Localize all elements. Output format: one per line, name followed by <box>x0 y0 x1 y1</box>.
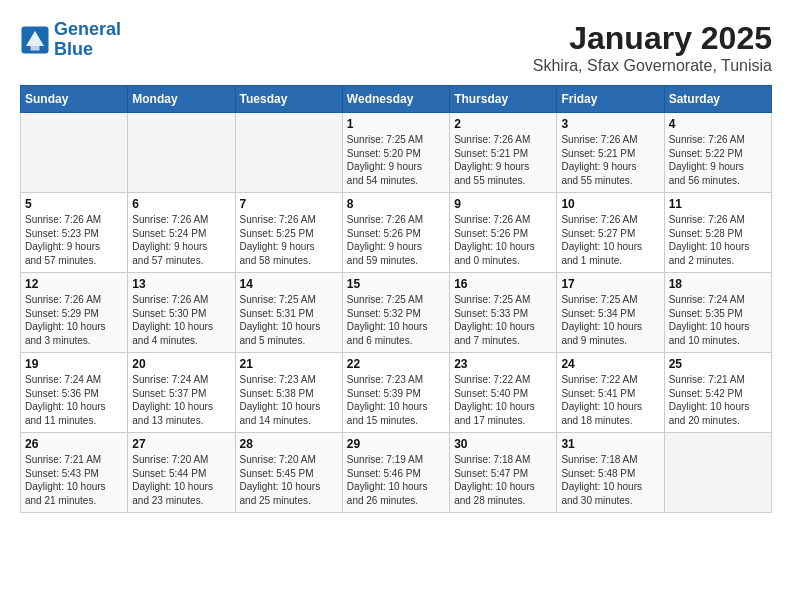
day-number: 8 <box>347 197 445 211</box>
title-block: January 2025 Skhira, Sfax Governorate, T… <box>533 20 772 75</box>
day-info: Sunrise: 7:24 AM Sunset: 5:36 PM Dayligh… <box>25 373 123 427</box>
day-info: Sunrise: 7:26 AM Sunset: 5:26 PM Dayligh… <box>347 213 445 267</box>
week-row-2: 12Sunrise: 7:26 AM Sunset: 5:29 PM Dayli… <box>21 273 772 353</box>
day-info: Sunrise: 7:23 AM Sunset: 5:38 PM Dayligh… <box>240 373 338 427</box>
calendar-cell: 1Sunrise: 7:25 AM Sunset: 5:20 PM Daylig… <box>342 113 449 193</box>
day-number: 27 <box>132 437 230 451</box>
day-number: 16 <box>454 277 552 291</box>
calendar-cell: 15Sunrise: 7:25 AM Sunset: 5:32 PM Dayli… <box>342 273 449 353</box>
day-info: Sunrise: 7:25 AM Sunset: 5:20 PM Dayligh… <box>347 133 445 187</box>
weekday-header-saturday: Saturday <box>664 86 771 113</box>
header: General Blue January 2025 Skhira, Sfax G… <box>20 20 772 75</box>
calendar-cell: 18Sunrise: 7:24 AM Sunset: 5:35 PM Dayli… <box>664 273 771 353</box>
logo: General Blue <box>20 20 121 60</box>
weekday-header-monday: Monday <box>128 86 235 113</box>
calendar-cell: 4Sunrise: 7:26 AM Sunset: 5:22 PM Daylig… <box>664 113 771 193</box>
day-info: Sunrise: 7:21 AM Sunset: 5:43 PM Dayligh… <box>25 453 123 507</box>
weekday-header-wednesday: Wednesday <box>342 86 449 113</box>
day-number: 29 <box>347 437 445 451</box>
logo-text: General Blue <box>54 20 121 60</box>
weekday-header-row: SundayMondayTuesdayWednesdayThursdayFrid… <box>21 86 772 113</box>
day-number: 12 <box>25 277 123 291</box>
calendar-cell: 20Sunrise: 7:24 AM Sunset: 5:37 PM Dayli… <box>128 353 235 433</box>
calendar-cell: 16Sunrise: 7:25 AM Sunset: 5:33 PM Dayli… <box>450 273 557 353</box>
day-number: 28 <box>240 437 338 451</box>
calendar-header: SundayMondayTuesdayWednesdayThursdayFrid… <box>21 86 772 113</box>
day-info: Sunrise: 7:26 AM Sunset: 5:24 PM Dayligh… <box>132 213 230 267</box>
day-number: 3 <box>561 117 659 131</box>
day-number: 26 <box>25 437 123 451</box>
calendar-cell: 19Sunrise: 7:24 AM Sunset: 5:36 PM Dayli… <box>21 353 128 433</box>
calendar-cell: 26Sunrise: 7:21 AM Sunset: 5:43 PM Dayli… <box>21 433 128 513</box>
day-info: Sunrise: 7:20 AM Sunset: 5:45 PM Dayligh… <box>240 453 338 507</box>
calendar-cell: 21Sunrise: 7:23 AM Sunset: 5:38 PM Dayli… <box>235 353 342 433</box>
calendar-cell: 31Sunrise: 7:18 AM Sunset: 5:48 PM Dayli… <box>557 433 664 513</box>
svg-rect-2 <box>31 46 40 51</box>
calendar-cell: 24Sunrise: 7:22 AM Sunset: 5:41 PM Dayli… <box>557 353 664 433</box>
calendar-table: SundayMondayTuesdayWednesdayThursdayFrid… <box>20 85 772 513</box>
main-title: January 2025 <box>533 20 772 57</box>
calendar-cell: 27Sunrise: 7:20 AM Sunset: 5:44 PM Dayli… <box>128 433 235 513</box>
day-info: Sunrise: 7:18 AM Sunset: 5:48 PM Dayligh… <box>561 453 659 507</box>
day-number: 9 <box>454 197 552 211</box>
calendar-cell: 10Sunrise: 7:26 AM Sunset: 5:27 PM Dayli… <box>557 193 664 273</box>
calendar-cell: 3Sunrise: 7:26 AM Sunset: 5:21 PM Daylig… <box>557 113 664 193</box>
day-info: Sunrise: 7:26 AM Sunset: 5:27 PM Dayligh… <box>561 213 659 267</box>
calendar-cell: 29Sunrise: 7:19 AM Sunset: 5:46 PM Dayli… <box>342 433 449 513</box>
day-number: 21 <box>240 357 338 371</box>
calendar-cell: 11Sunrise: 7:26 AM Sunset: 5:28 PM Dayli… <box>664 193 771 273</box>
calendar-cell: 9Sunrise: 7:26 AM Sunset: 5:26 PM Daylig… <box>450 193 557 273</box>
calendar-cell: 14Sunrise: 7:25 AM Sunset: 5:31 PM Dayli… <box>235 273 342 353</box>
weekday-header-friday: Friday <box>557 86 664 113</box>
day-number: 1 <box>347 117 445 131</box>
calendar-cell: 30Sunrise: 7:18 AM Sunset: 5:47 PM Dayli… <box>450 433 557 513</box>
day-number: 19 <box>25 357 123 371</box>
week-row-1: 5Sunrise: 7:26 AM Sunset: 5:23 PM Daylig… <box>21 193 772 273</box>
calendar-cell <box>235 113 342 193</box>
logo-line1: General <box>54 19 121 39</box>
logo-line2: Blue <box>54 39 93 59</box>
day-info: Sunrise: 7:23 AM Sunset: 5:39 PM Dayligh… <box>347 373 445 427</box>
weekday-header-sunday: Sunday <box>21 86 128 113</box>
week-row-4: 26Sunrise: 7:21 AM Sunset: 5:43 PM Dayli… <box>21 433 772 513</box>
calendar-cell: 2Sunrise: 7:26 AM Sunset: 5:21 PM Daylig… <box>450 113 557 193</box>
day-number: 14 <box>240 277 338 291</box>
calendar-cell: 8Sunrise: 7:26 AM Sunset: 5:26 PM Daylig… <box>342 193 449 273</box>
day-info: Sunrise: 7:26 AM Sunset: 5:21 PM Dayligh… <box>454 133 552 187</box>
day-info: Sunrise: 7:26 AM Sunset: 5:21 PM Dayligh… <box>561 133 659 187</box>
logo-icon <box>20 25 50 55</box>
day-number: 24 <box>561 357 659 371</box>
calendar-cell: 23Sunrise: 7:22 AM Sunset: 5:40 PM Dayli… <box>450 353 557 433</box>
day-info: Sunrise: 7:24 AM Sunset: 5:35 PM Dayligh… <box>669 293 767 347</box>
day-info: Sunrise: 7:26 AM Sunset: 5:25 PM Dayligh… <box>240 213 338 267</box>
day-info: Sunrise: 7:22 AM Sunset: 5:41 PM Dayligh… <box>561 373 659 427</box>
day-number: 4 <box>669 117 767 131</box>
calendar-cell <box>664 433 771 513</box>
calendar-cell <box>128 113 235 193</box>
day-number: 20 <box>132 357 230 371</box>
calendar-cell: 22Sunrise: 7:23 AM Sunset: 5:39 PM Dayli… <box>342 353 449 433</box>
day-info: Sunrise: 7:25 AM Sunset: 5:32 PM Dayligh… <box>347 293 445 347</box>
calendar-cell: 12Sunrise: 7:26 AM Sunset: 5:29 PM Dayli… <box>21 273 128 353</box>
day-info: Sunrise: 7:25 AM Sunset: 5:34 PM Dayligh… <box>561 293 659 347</box>
day-info: Sunrise: 7:25 AM Sunset: 5:31 PM Dayligh… <box>240 293 338 347</box>
day-info: Sunrise: 7:22 AM Sunset: 5:40 PM Dayligh… <box>454 373 552 427</box>
day-number: 13 <box>132 277 230 291</box>
week-row-0: 1Sunrise: 7:25 AM Sunset: 5:20 PM Daylig… <box>21 113 772 193</box>
day-info: Sunrise: 7:21 AM Sunset: 5:42 PM Dayligh… <box>669 373 767 427</box>
day-info: Sunrise: 7:26 AM Sunset: 5:26 PM Dayligh… <box>454 213 552 267</box>
day-number: 5 <box>25 197 123 211</box>
calendar-cell: 6Sunrise: 7:26 AM Sunset: 5:24 PM Daylig… <box>128 193 235 273</box>
day-info: Sunrise: 7:26 AM Sunset: 5:30 PM Dayligh… <box>132 293 230 347</box>
day-info: Sunrise: 7:24 AM Sunset: 5:37 PM Dayligh… <box>132 373 230 427</box>
day-info: Sunrise: 7:20 AM Sunset: 5:44 PM Dayligh… <box>132 453 230 507</box>
calendar-cell <box>21 113 128 193</box>
day-number: 30 <box>454 437 552 451</box>
day-number: 22 <box>347 357 445 371</box>
day-info: Sunrise: 7:18 AM Sunset: 5:47 PM Dayligh… <box>454 453 552 507</box>
calendar-cell: 28Sunrise: 7:20 AM Sunset: 5:45 PM Dayli… <box>235 433 342 513</box>
calendar-cell: 25Sunrise: 7:21 AM Sunset: 5:42 PM Dayli… <box>664 353 771 433</box>
day-info: Sunrise: 7:26 AM Sunset: 5:22 PM Dayligh… <box>669 133 767 187</box>
day-number: 15 <box>347 277 445 291</box>
calendar-cell: 5Sunrise: 7:26 AM Sunset: 5:23 PM Daylig… <box>21 193 128 273</box>
